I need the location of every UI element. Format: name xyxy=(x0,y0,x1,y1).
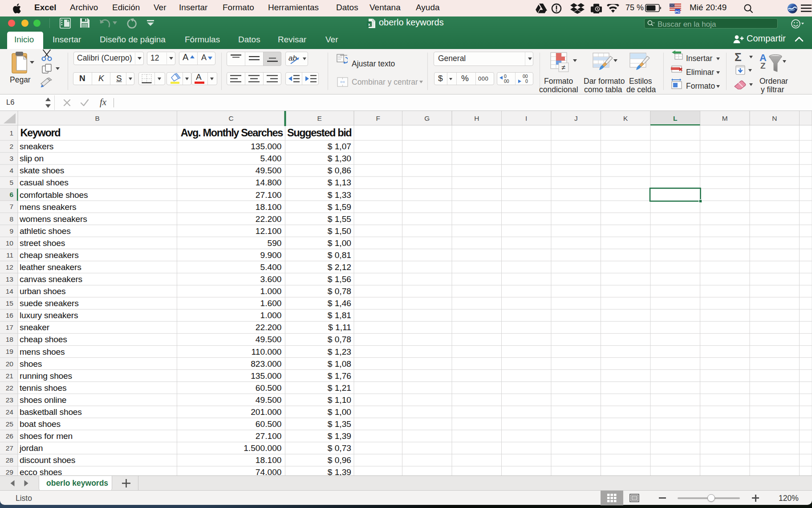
svg-text:24: 24 xyxy=(6,408,14,416)
svg-text:F: F xyxy=(376,115,380,122)
svg-text:discount shoes: discount shoes xyxy=(20,455,75,465)
svg-text:sneakers: sneakers xyxy=(20,142,53,151)
svg-text:$ 1,11: $ 1,11 xyxy=(328,323,351,332)
svg-text:21: 21 xyxy=(6,372,13,380)
svg-text:1: 1 xyxy=(9,129,13,137)
svg-text:14.800: 14.800 xyxy=(256,178,282,187)
svg-text:running shoes: running shoes xyxy=(20,371,72,381)
svg-text:K: K xyxy=(623,115,628,122)
svg-text:16: 16 xyxy=(6,311,13,319)
svg-text:13: 13 xyxy=(6,275,13,283)
svg-text:$ 1,23: $ 1,23 xyxy=(328,347,351,356)
svg-text:$ 0,78: $ 0,78 xyxy=(328,287,351,296)
svg-text:$ 0,96: $ 0,96 xyxy=(328,455,351,465)
svg-text:1.500.000: 1.500.000 xyxy=(244,443,281,453)
svg-text:cheap shoes: cheap shoes xyxy=(20,335,67,344)
svg-text:mens shoes: mens shoes xyxy=(20,347,65,356)
svg-text:12.100: 12.100 xyxy=(256,226,282,236)
svg-text:$ 1,50: $ 1,50 xyxy=(328,226,351,236)
svg-text:$ 1,81: $ 1,81 xyxy=(328,311,351,320)
svg-text:5.400: 5.400 xyxy=(260,262,281,272)
svg-text:18: 18 xyxy=(6,336,13,343)
svg-text:14: 14 xyxy=(6,287,14,295)
svg-text:12: 12 xyxy=(6,263,13,271)
svg-text:1.000: 1.000 xyxy=(260,311,281,320)
svg-text:49.500: 49.500 xyxy=(256,395,282,405)
svg-text:Keyword: Keyword xyxy=(20,127,61,139)
svg-text:19: 19 xyxy=(6,348,13,355)
svg-text:comfortable shoes: comfortable shoes xyxy=(20,190,88,200)
svg-text:1.600: 1.600 xyxy=(260,299,281,308)
svg-text:Suggested bid: Suggested bid xyxy=(287,127,351,139)
svg-text:≠: ≠ xyxy=(562,64,566,71)
svg-text:ab: ab xyxy=(288,54,297,62)
svg-text:2: 2 xyxy=(9,143,13,150)
svg-text:201.000: 201.000 xyxy=(251,407,281,417)
svg-text:$ 1,39: $ 1,39 xyxy=(328,467,351,475)
svg-text:3.600: 3.600 xyxy=(260,274,281,284)
svg-text:$ 1,07: $ 1,07 xyxy=(328,142,351,151)
svg-text:B: B xyxy=(95,115,100,122)
svg-text:$ 1,33: $ 1,33 xyxy=(328,190,351,200)
svg-text:4: 4 xyxy=(9,167,13,174)
svg-text:$ 1,39: $ 1,39 xyxy=(328,431,351,441)
svg-text:49.500: 49.500 xyxy=(256,335,282,344)
svg-text:1.000: 1.000 xyxy=(260,287,281,296)
svg-text:$ 1,35: $ 1,35 xyxy=(328,419,351,429)
svg-text:$ 1,59: $ 1,59 xyxy=(328,202,351,212)
svg-text:N: N xyxy=(772,115,777,122)
svg-text:27: 27 xyxy=(6,444,13,452)
svg-text:22.200: 22.200 xyxy=(256,323,282,332)
svg-text:G: G xyxy=(424,115,430,122)
svg-text:135.000: 135.000 xyxy=(251,142,281,151)
svg-text:$ 1,30: $ 1,30 xyxy=(328,154,351,163)
svg-text:Avg. Monthly Searches: Avg. Monthly Searches xyxy=(181,127,284,139)
svg-text:18.100: 18.100 xyxy=(256,202,282,212)
svg-text:$ 1,55: $ 1,55 xyxy=(328,214,351,224)
svg-text:00: 00 xyxy=(504,78,509,84)
svg-text:20: 20 xyxy=(6,360,14,368)
svg-text:H: H xyxy=(474,115,479,122)
svg-text:5.400: 5.400 xyxy=(260,154,281,163)
svg-text:suede sneakers: suede sneakers xyxy=(20,299,79,308)
svg-text:49.500: 49.500 xyxy=(256,166,282,175)
svg-text:sneaker: sneaker xyxy=(20,323,50,332)
svg-text:$ 1,08: $ 1,08 xyxy=(328,359,351,369)
svg-text:26: 26 xyxy=(6,432,13,440)
svg-text:5: 5 xyxy=(9,179,13,186)
svg-text:$ 1,21: $ 1,21 xyxy=(328,383,351,393)
svg-text:M: M xyxy=(722,115,728,122)
svg-text:L: L xyxy=(673,115,677,122)
svg-text:590: 590 xyxy=(267,238,281,248)
svg-text:17: 17 xyxy=(6,324,13,331)
svg-text:cheap sneakers: cheap sneakers xyxy=(20,250,79,260)
svg-text:boat shoes: boat shoes xyxy=(20,419,61,429)
svg-text:slip on: slip on xyxy=(20,154,44,163)
svg-text:0: 0 xyxy=(525,78,528,84)
svg-text:$ 1,00: $ 1,00 xyxy=(328,238,351,248)
svg-text:27.100: 27.100 xyxy=(256,190,282,200)
svg-text:$ 0,73: $ 0,73 xyxy=(328,443,351,453)
svg-text:$ 1,00: $ 1,00 xyxy=(328,407,351,417)
svg-text:x: x xyxy=(368,22,371,27)
svg-text:25: 25 xyxy=(6,420,13,428)
svg-text:29: 29 xyxy=(6,468,13,475)
svg-text:27.100: 27.100 xyxy=(256,431,282,441)
svg-text:I: I xyxy=(525,115,527,122)
svg-text:10: 10 xyxy=(6,239,14,247)
svg-text:$ 1,56: $ 1,56 xyxy=(328,274,351,284)
svg-text:luxury sneakers: luxury sneakers xyxy=(20,311,78,320)
svg-text:$ 0,86: $ 0,86 xyxy=(328,166,351,175)
svg-text:15: 15 xyxy=(6,299,13,307)
svg-text:basketball shoes: basketball shoes xyxy=(20,407,82,417)
svg-text:canvas sneakers: canvas sneakers xyxy=(20,274,82,284)
svg-text:28: 28 xyxy=(6,456,13,464)
svg-text:shoes: shoes xyxy=(20,359,42,369)
svg-text:7: 7 xyxy=(9,203,13,210)
svg-text:$ 1,46: $ 1,46 xyxy=(328,299,351,308)
svg-text:ecco shoes: ecco shoes xyxy=(20,467,62,475)
svg-text:jordan: jordan xyxy=(19,443,43,453)
svg-text:athletic shoes: athletic shoes xyxy=(20,226,71,236)
svg-text:135.000: 135.000 xyxy=(251,371,281,381)
svg-text:PC: PC xyxy=(675,10,680,14)
